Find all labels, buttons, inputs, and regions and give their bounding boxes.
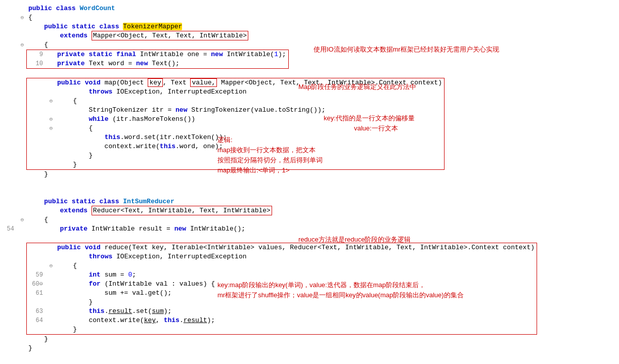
ct: context.write(key, this.result); [55, 316, 535, 325]
gt: ⊖ [47, 97, 55, 106]
code-text-4: extends Mapper<Object, Text, Text, IntWr… [26, 31, 619, 40]
code-text-1: public class WordCount [26, 4, 619, 13]
ln-r4: 54 [0, 224, 18, 234]
code-text-9: private static final IntWritable one = n… [55, 50, 286, 59]
annotation-6: map接收到一行文本数据，把文本 [217, 146, 316, 155]
code-line-1: public class WordCount [0, 4, 619, 13]
line-num-10: 10 [29, 59, 47, 68]
code-line-blank1 [0, 69, 619, 78]
code-text-blank1 [26, 69, 619, 78]
ct: this.word.set(itr.nextToken()); [55, 133, 442, 142]
code-line-map7: this.word.set(itr.nextToken()); [29, 133, 442, 142]
ct-r2: extends Reducer<Text, IntWritable, Text,… [26, 206, 619, 215]
code-line-r2: extends Reducer<Text, IntWritable, Text,… [0, 206, 619, 215]
code-container: public class WordCount ⊖ { public static… [0, 0, 619, 357]
code-line-end1: } [0, 335, 619, 344]
code-line-end2: } [0, 344, 619, 353]
ct: } [55, 325, 535, 334]
field-box: 9 private static final IntWritable one =… [26, 50, 289, 69]
line-num-9: 9 [29, 50, 47, 59]
gt-r3: ⊖ [18, 215, 26, 224]
code-text-3: public static class TokenizerMapper [26, 22, 619, 31]
gt: ⊖ [47, 261, 55, 270]
ct-r3: { [26, 215, 619, 224]
annotation-4: value:一行文本 [354, 124, 398, 133]
code-line-map3: ⊖ { [29, 97, 442, 106]
annotation-11: mr框架进行了shuffle操作；value是一组相同key的value(map… [217, 291, 464, 300]
code-text-c1: } [26, 170, 619, 179]
code-line-10: 10 private Text word = new Text(); [29, 59, 286, 68]
code-line-red8: 63 this.result.set(sum); [29, 307, 535, 316]
annotation-10: key:map阶段输出的key(单词)，value:迭代器，数据在map阶段结束… [217, 281, 425, 290]
ln: 64 [29, 316, 47, 325]
ct-r1: public static class IntSumReducer [26, 197, 619, 206]
annotation-2: Map阶段任务的业务逻辑定义在此方法中 [298, 82, 416, 92]
annotation-7: 按照指定分隔符切分，然后得到单词 [217, 156, 323, 165]
ct: int sum = 0; [55, 270, 535, 280]
code-line-close1: } [0, 170, 619, 179]
code-line-red2: throws IOException, InterruptedException [29, 252, 535, 261]
ln: 60⊖ [29, 280, 47, 289]
code-line-r1: public static class IntSumReducer [0, 197, 619, 206]
code-line-red1: public void reduce(Text key, Iterable<In… [29, 243, 535, 252]
ct: this.result.set(sum); [55, 307, 535, 316]
ct-r4: private IntWritable result = new IntWrit… [26, 224, 619, 234]
gt: ⊖ [47, 115, 55, 124]
ct: { [55, 261, 535, 270]
ct: public void reduce(Text key, Iterable<In… [55, 243, 535, 252]
code-line-r3: ⊖ { [0, 215, 619, 224]
annotation-3: key:代指的是一行文本的偏移量 [324, 114, 415, 123]
annotation-1: 使用IO流如何读取文本数据mr框架已经封装好无需用户关心实现 [314, 45, 499, 54]
gutter-5: ⊖ [18, 40, 26, 50]
code-text-2: { [26, 13, 619, 22]
code-line-r4: 54 private IntWritable result = new IntW… [0, 224, 619, 234]
code-line-2: ⊖ { [0, 13, 619, 22]
annotation-9: reduce方法就是reduce阶段的业务逻辑 [298, 235, 411, 244]
code-line-red4: 59 int sum = 0; [29, 270, 535, 280]
annotation-8: map最终输出:<单词，1> [217, 166, 289, 175]
code-line-red3: ⊖ { [29, 261, 535, 270]
ln: 59 [29, 270, 47, 280]
ct: { [55, 97, 442, 106]
ln: 63 [29, 307, 47, 316]
code-line-4: extends Mapper<Object, Text, Text, IntWr… [0, 31, 619, 40]
ln: 61 [29, 289, 47, 298]
code-line-red10: } [29, 325, 535, 334]
gutter-2: ⊖ [18, 13, 26, 22]
blank3 [0, 188, 619, 197]
ct: throws IOException, InterruptedException [55, 252, 535, 261]
code-line-red9: 64 context.write(key, this.result); [29, 316, 535, 325]
code-line-3: public static class TokenizerMapper [0, 22, 619, 31]
code-line-9: 9 private static final IntWritable one =… [29, 50, 286, 59]
annotation-5: 逻辑: [217, 135, 233, 145]
gt: ⊖ [47, 124, 55, 133]
code-line-5: ⊖ { [0, 40, 619, 50]
blank2 [0, 179, 619, 188]
code-text-10: private Text word = new Text(); [55, 59, 286, 68]
